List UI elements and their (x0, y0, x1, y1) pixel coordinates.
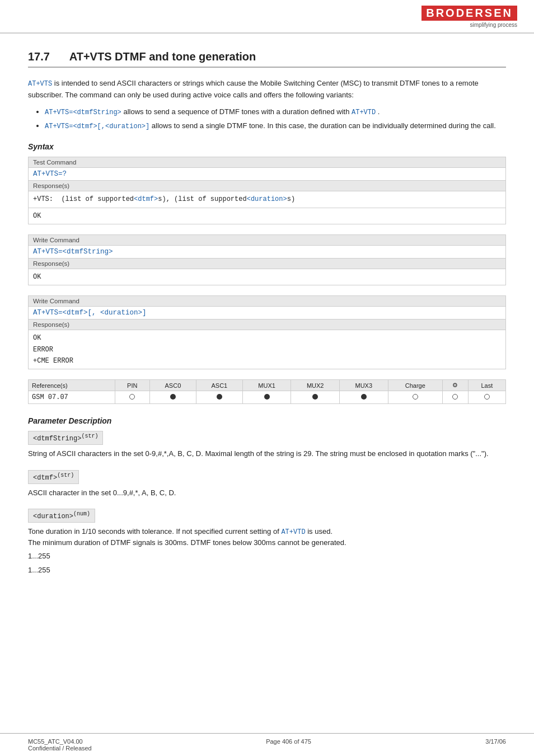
circle-last (484, 394, 490, 400)
param-desc-duration-line2: The minimum duration of DTMF signals is … (28, 538, 346, 547)
param-block-duration: <duration>(num) Tone duration in 1/10 se… (28, 509, 506, 576)
circle-pin (129, 394, 135, 400)
param-desc-duration-line1: Tone duration in 1/10 seconds with toler… (28, 526, 506, 549)
ref-header-asc1: ASC1 (196, 380, 242, 391)
param-label-duration: <duration>(num) (28, 509, 506, 526)
param-label-box-duration: <duration>(num) (28, 509, 95, 523)
ref-header-last: Last (468, 380, 505, 391)
logo-tagline: simplifying process (470, 22, 517, 28)
intro-atvts-link: AT+VTS (28, 80, 52, 88)
block1-resp: +VTS: (list of supported<dtmf>s), (list … (29, 191, 506, 208)
block1-ok: OK (29, 208, 506, 224)
ref-gsm: GSM 07.07 (29, 391, 115, 404)
bullet-list: AT+VTS=<dtmfString> allows to send a seq… (45, 106, 506, 132)
syntax-table-block1: Test Command AT+VTS=? Response(s) +VTS: … (28, 157, 506, 224)
logo-brand: BRODERSEN (421, 6, 517, 21)
param-block-dtmf: <dtmf>(str) ASCII character in the set 0… (28, 470, 506, 499)
syntax-table-block2: Write Command AT+VTS=<dtmfString> Respon… (28, 234, 506, 285)
circle-mux2 (312, 394, 318, 400)
page-header: BRODERSEN simplifying process (0, 0, 534, 34)
block3-cme: +CME ERROR (33, 357, 73, 365)
block2-label: Write Command (29, 234, 506, 245)
param-sup-duration: (num) (73, 511, 90, 517)
logo-area: BRODERSEN simplifying process (421, 6, 517, 32)
block1-resp-label: Response(s) (29, 181, 506, 191)
circle-icon (452, 394, 458, 400)
block2-resp-label: Response(s) (29, 258, 506, 269)
ref-charge-cell (388, 391, 443, 404)
param-desc-dtmf: ASCII character in the set 0...9,#,*, A,… (28, 487, 506, 499)
footer-right: 3/17/06 (485, 738, 506, 752)
ref-mux3-cell (339, 391, 388, 404)
circle-mux3 (361, 394, 367, 400)
ref-header-mux2: MUX2 (291, 380, 340, 391)
section-title: 17.7 AT+VTS DTMF and tone generation (28, 50, 506, 68)
ref-asc0-cell (149, 391, 196, 404)
ref-table: Reference(s) PIN ASC0 ASC1 MUX1 MUX2 MUX… (28, 379, 506, 404)
ref-pin-cell (115, 391, 149, 404)
block3-cmd: AT+VTS=<dtmf>[, <duration>] (29, 307, 506, 320)
param-desc-dtmfstring: String of ASCII characters in the set 0-… (28, 448, 506, 459)
block3-responses: OK ERROR +CME ERROR (29, 330, 506, 369)
ref-header-mux3: MUX3 (339, 380, 388, 391)
block3-resp-label: Response(s) (29, 320, 506, 330)
main-content: 17.7 AT+VTS DTMF and tone generation AT+… (0, 34, 534, 608)
ref-row: GSM 07.07 (29, 391, 506, 404)
bullet-item-2: AT+VTS=<dtmf>[,<duration>] allows to sen… (45, 120, 506, 132)
ref-header-mux1: MUX1 (242, 380, 291, 391)
bullet1-cmd: AT+VTS=<dtmfString> (45, 109, 121, 116)
param-sup-dtmf: (str) (57, 472, 74, 478)
param-label-box-dtmf: <dtmf>(str) (28, 470, 79, 484)
param-block-dtmfstring: <dtmfString>(str) String of ASCII charac… (28, 431, 506, 459)
bullet1-link: AT+VTD (352, 109, 376, 116)
ref-mux1-cell (242, 391, 291, 404)
param-desc-heading: Parameter Description (28, 416, 506, 425)
bullet1-text: allows to send a sequence of DTMF tones … (123, 107, 352, 116)
block1-cmd: AT+VTS=? (29, 168, 506, 181)
bullet-item-1: AT+VTS=<dtmfString> allows to send a seq… (45, 106, 506, 118)
syntax-heading: Syntax (28, 142, 506, 151)
footer-left: MC55_ATC_V04.00 Confidential / Released (28, 738, 92, 752)
block1-label: Test Command (29, 157, 506, 168)
ref-header-icon: ⚙ (443, 380, 469, 391)
bullet2-cmd: AT+VTS=<dtmf>[,<duration>] (45, 123, 149, 130)
circle-asc0 (170, 394, 176, 400)
section-number: 17.7 (28, 50, 50, 63)
block3-label: Write Command (29, 296, 506, 307)
bullet2-text: allows to send a single DTMF tone. In th… (152, 121, 496, 130)
param-atvtd-link: AT+VTD (281, 528, 305, 536)
ref-last-cell (468, 391, 505, 404)
param-label-dtmf: <dtmf>(str) (28, 470, 506, 487)
ref-header-pin: PIN (115, 380, 149, 391)
circle-charge (413, 394, 418, 400)
bullet1-end: . (378, 107, 380, 116)
param-duration-range: 1...255 (28, 565, 506, 576)
ref-header-asc0: ASC0 (149, 380, 196, 391)
param-label-box-dtmfstring: <dtmfString>(str) (28, 431, 103, 445)
block2-ok: OK (29, 269, 506, 285)
block3-error: ERROR (33, 346, 53, 354)
circle-asc1 (217, 394, 222, 400)
param-sup-dtmfstring: (str) (81, 433, 98, 439)
page-footer: MC55_ATC_V04.00 Confidential / Released … (0, 733, 534, 756)
footer-center: Page 406 of 475 (266, 738, 311, 752)
ref-asc1-cell (196, 391, 242, 404)
ref-icon-cell (443, 391, 469, 404)
intro-text: is intended to send ASCII characters or … (28, 79, 479, 99)
section-name: AT+VTS DTMF and tone generation (69, 50, 256, 63)
circle-mux1 (264, 394, 270, 400)
intro-paragraph: AT+VTS is intended to send ASCII charact… (28, 78, 506, 101)
footer-doc-id: MC55_ATC_V04.00 (28, 738, 92, 745)
ref-header-charge: Charge (388, 380, 443, 391)
ref-header-refs: Reference(s) (29, 380, 115, 391)
ref-mux2-cell (291, 391, 340, 404)
param-label-dtmfstring: <dtmfString>(str) (28, 431, 506, 448)
footer-status: Confidential / Released (28, 745, 92, 752)
block3-ok: OK (33, 334, 41, 342)
param-duration-values: 1...255 (28, 551, 506, 562)
syntax-table-block3: Write Command AT+VTS=<dtmf>[, <duration>… (28, 295, 506, 369)
block2-cmd: AT+VTS=<dtmfString> (29, 245, 506, 258)
